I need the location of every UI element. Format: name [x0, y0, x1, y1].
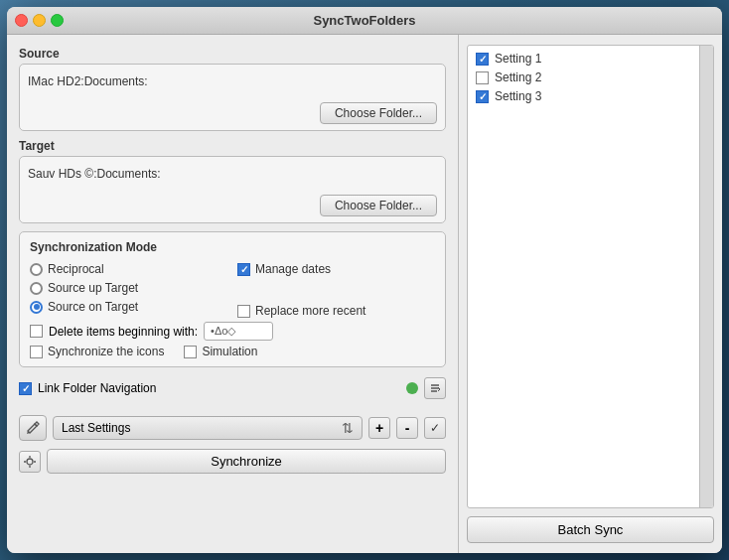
source-choose-button[interactable]: Choose Folder... — [320, 102, 437, 124]
window-body: Source IMac HD2:Documents: Choose Folder… — [7, 35, 722, 553]
titlebar: SyncTwoFolders — [7, 7, 722, 35]
source-path: IMac HD2:Documents: — [28, 70, 437, 92]
checkbox-replace-recent[interactable]: Replace more recent — [237, 304, 435, 318]
sync-options-grid: Reciprocal Source up Target Source on Ta… — [30, 262, 435, 318]
sort-icon-btn[interactable] — [424, 377, 446, 399]
checkbox-link-folder-input[interactable] — [19, 382, 32, 395]
maximize-button[interactable] — [51, 14, 64, 27]
setting1-label: Setting 1 — [495, 52, 541, 66]
checkbox-manage-dates-label: Manage dates — [255, 262, 331, 276]
synchronize-button[interactable]: Synchronize — [47, 449, 446, 474]
target-folder-box: Sauv HDs ©:Documents: Choose Folder... — [19, 156, 446, 223]
checkbox-sync-icons[interactable]: Synchronize the icons — [30, 345, 164, 358]
setting3-checkbox[interactable] — [476, 90, 489, 103]
left-panel: Source IMac HD2:Documents: Choose Folder… — [7, 35, 459, 553]
window-title: SyncTwoFolders — [313, 13, 415, 28]
target-section: Target Sauv HDs ©:Documents: Choose Fold… — [19, 139, 446, 223]
sync-row: Synchronize — [19, 449, 446, 474]
radio-source-up-target[interactable]: Source up Target — [30, 281, 227, 295]
checkbox-replace-recent-label: Replace more recent — [255, 304, 365, 318]
close-button[interactable] — [15, 14, 28, 27]
main-window: SyncTwoFolders Source IMac HD2:Documents… — [7, 7, 722, 553]
link-folder-row: Link Folder Navigation — [19, 375, 446, 401]
checkbox-manage-dates[interactable]: Manage dates — [237, 262, 435, 276]
svg-point-3 — [27, 459, 33, 465]
list-item: Setting 3 — [476, 89, 705, 103]
radio-source-on-target-label: Source on Target — [48, 300, 138, 314]
batch-sync-button[interactable]: Batch Sync — [467, 516, 714, 543]
radio-source-on-target-input[interactable] — [30, 301, 43, 314]
checkbox-sync-icons-input[interactable] — [30, 346, 43, 358]
prefs-icon — [23, 455, 37, 469]
right-panel-inner: Setting 1 Setting 2 Setting 3 Batch Sy — [467, 45, 714, 543]
right-panel: Setting 1 Setting 2 Setting 3 Batch Sy — [459, 35, 722, 553]
sync-mode-title: Synchronization Mode — [30, 240, 435, 254]
settings-dropdown[interactable]: Last Settings ⇅ — [53, 416, 363, 440]
setting3-label: Setting 3 — [495, 89, 541, 103]
preferences-button[interactable] — [19, 451, 41, 473]
radio-reciprocal-label: Reciprocal — [48, 262, 104, 276]
toolbar-row: Last Settings ⇅ + - ✓ — [19, 409, 446, 441]
pencil-icon — [26, 421, 40, 435]
checkmark-icon: ✓ — [430, 421, 440, 435]
setting1-checkbox[interactable] — [476, 53, 489, 66]
pencil-button[interactable] — [19, 415, 47, 441]
list-item: Setting 1 — [476, 52, 705, 66]
sync-mode-section: Synchronization Mode Reciprocal Source u… — [19, 231, 446, 367]
radio-reciprocal[interactable]: Reciprocal — [30, 262, 227, 276]
minimize-button[interactable] — [33, 14, 46, 27]
setting2-checkbox[interactable] — [476, 71, 489, 84]
checkbox-simulation-input[interactable] — [184, 346, 197, 358]
symbol-field[interactable]: •Δo◇ — [204, 322, 273, 341]
icons-simulation-row: Synchronize the icons Simulation — [30, 345, 435, 358]
setting2-label: Setting 2 — [495, 70, 541, 84]
settings-wrapper: Setting 1 Setting 2 Setting 3 — [467, 45, 714, 508]
scrollbar[interactable] — [699, 46, 713, 507]
add-setting-button[interactable]: + — [368, 417, 390, 439]
radio-source-on-target[interactable]: Source on Target — [30, 300, 227, 314]
target-choose-button[interactable]: Choose Folder... — [320, 195, 437, 216]
list-item: Setting 2 — [476, 70, 705, 84]
traffic-lights — [15, 14, 64, 27]
dropdown-label: Last Settings — [62, 421, 130, 435]
radio-reciprocal-input[interactable] — [30, 263, 43, 276]
settings-content: Setting 1 Setting 2 Setting 3 — [468, 46, 713, 109]
checkmark-button[interactable]: ✓ — [424, 417, 446, 439]
checkbox-sync-icons-label: Synchronize the icons — [48, 345, 164, 358]
target-path: Sauv HDs ©:Documents: — [28, 163, 437, 185]
dropdown-arrow-icon: ⇅ — [342, 420, 354, 436]
checkbox-simulation[interactable]: Simulation — [184, 345, 257, 358]
source-section: Source IMac HD2:Documents: Choose Folder… — [19, 47, 446, 131]
sort-icon — [429, 382, 441, 394]
checkbox-delete-input[interactable] — [30, 325, 43, 338]
remove-setting-button[interactable]: - — [396, 417, 418, 439]
checkbox-simulation-label: Simulation — [202, 345, 257, 358]
link-folder-label: Link Folder Navigation — [38, 381, 156, 395]
target-label: Target — [19, 139, 446, 153]
checkbox-manage-dates-input[interactable] — [237, 263, 250, 276]
source-folder-box: IMac HD2:Documents: Choose Folder... — [19, 64, 446, 131]
delete-items-row: Delete items beginning with: •Δo◇ — [30, 322, 435, 341]
checkbox-replace-recent-input[interactable] — [237, 305, 250, 318]
green-status-dot — [406, 382, 418, 394]
radio-source-up-target-label: Source up Target — [48, 281, 138, 295]
radio-source-up-target-input[interactable] — [30, 282, 43, 295]
delete-items-label: Delete items beginning with: — [49, 325, 198, 339]
source-label: Source — [19, 47, 446, 61]
